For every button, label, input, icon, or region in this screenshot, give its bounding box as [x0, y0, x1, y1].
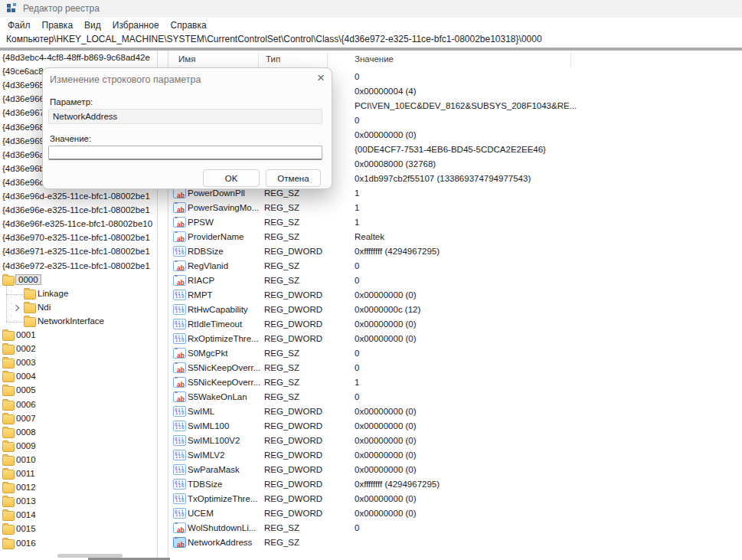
tree-item-4d36e972e325[interactable]: {4d36e972-e325-11ce-bfc1-08002be1: [0, 260, 157, 273]
list-row[interactable]: SwIML100REG_DWORD0x00000000 (0): [170, 419, 742, 434]
menu-edit[interactable]: Правка: [42, 20, 74, 31]
tree-item-0008[interactable]: 0008: [0, 426, 157, 440]
value-data: 1: [355, 188, 359, 198]
value-name: SwParaMask: [188, 465, 240, 474]
menu-view[interactable]: Вид: [84, 20, 101, 31]
registry-app-icon: [7, 4, 17, 14]
tree-item-0006[interactable]: 0006: [0, 398, 157, 412]
tree-item-0007[interactable]: 0007: [0, 412, 157, 426]
list-row[interactable]: RtIdleTimeoutREG_DWORD0x00000000 (0): [170, 317, 742, 332]
tree-item-0001[interactable]: 0001: [0, 329, 157, 342]
list-row[interactable]: RegVlanidREG_SZ0: [170, 259, 742, 273]
menu-favorites[interactable]: Избранное: [113, 20, 159, 31]
reg-dword-icon: [173, 246, 186, 257]
column-header-name[interactable]: Имя: [178, 54, 195, 64]
folder-icon: [2, 372, 15, 382]
value-type: REG_SZ: [264, 363, 299, 372]
list-row[interactable]: S0MgcPktREG_SZ0: [170, 346, 742, 361]
list-row[interactable]: RDBSizeREG_DWORD0xffffffff (4294967295): [170, 244, 742, 259]
tree-item-0016[interactable]: 0016: [0, 537, 157, 551]
menu-file[interactable]: Файл: [8, 20, 31, 31]
list-row[interactable]: RIACPREG_SZ0: [170, 273, 742, 288]
tree-item-0009[interactable]: 0009: [0, 440, 157, 454]
value-data: 1: [355, 218, 359, 227]
tree-item-0013[interactable]: 0013: [0, 495, 157, 509]
list-row[interactable]: UCEMREG_DWORD0x00000000 (0): [170, 506, 742, 521]
tree-item-0003[interactable]: 0003: [0, 356, 157, 370]
value-type: REG_DWORD: [264, 319, 322, 329]
column-divider[interactable]: [327, 52, 328, 67]
tree-item-0015[interactable]: 0015: [0, 522, 157, 536]
value-field[interactable]: [48, 146, 322, 160]
folder-icon: [2, 456, 15, 466]
tree-item-4d36e971e325[interactable]: {4d36e971-e325-11ce-bfc1-08002be1: [0, 245, 157, 259]
list-row[interactable]: SwIMLV2REG_DWORD0x00000000 (0): [170, 448, 742, 463]
address-bar[interactable]: Компьютер\HKEY_LOCAL_MACHINE\SYSTEM\Curr…: [0, 32, 742, 47]
column-divider[interactable]: [570, 52, 571, 67]
tree-item-0005[interactable]: 0005: [0, 384, 157, 398]
tree-item-0014[interactable]: 0014: [0, 509, 157, 522]
tree-item-0011[interactable]: 0011: [0, 467, 157, 481]
list-row[interactable]: RxOptimizeThre...REG_DWORD0x00000000 (0): [170, 332, 742, 346]
column-header-type[interactable]: Тип: [266, 54, 280, 64]
cancel-button[interactable]: Отмена: [266, 169, 321, 187]
list-row[interactable]: SwParaMaskREG_DWORD0x00000000 (0): [170, 463, 742, 477]
tree-item-4d36e96fe325[interactable]: {4d36e96f-e325-11ce-bfc1-08002be10: [0, 218, 157, 231]
list-row[interactable]: ProviderNameREG_SZRealtek: [170, 230, 742, 244]
tree-item-4d36e96de325[interactable]: {4d36e96d-e325-11ce-bfc1-08002be1: [0, 190, 157, 204]
value-type: REG_DWORD: [264, 465, 322, 474]
close-icon[interactable]: ×: [312, 70, 329, 87]
tree-item-ndi[interactable]: Ndi: [0, 301, 157, 315]
list-row[interactable]: WolShutdownLi...REG_SZ0: [170, 521, 742, 535]
list-row[interactable]: TDBSizeREG_DWORD0xffffffff (4294967295): [170, 477, 742, 492]
tree-item-label: {4d36e970-e325-11ce-bfc1-08002be1: [2, 233, 150, 242]
tree-item-label: {4d36e96e-e325-11ce-bfc1-08002be1: [2, 205, 150, 215]
ok-button[interactable]: OK: [203, 169, 260, 187]
list-row[interactable]: RMPTREG_DWORD0x00000000 (0): [170, 288, 742, 303]
chevron-right-icon[interactable]: [13, 305, 19, 311]
tree-item-label: Linkage: [38, 289, 68, 298]
list-row[interactable]: S5NicKeepOverr...REG_SZ0: [170, 361, 742, 375]
menu-help[interactable]: Справка: [171, 20, 207, 31]
reg-dword-icon: [173, 493, 186, 504]
value-data: 0: [355, 523, 359, 532]
list-row[interactable]: S5NicKeepOverr...REG_SZ1: [170, 375, 742, 390]
value-name: TxOptimizeThre...: [188, 494, 257, 503]
tree-item-0004[interactable]: 0004: [0, 370, 157, 384]
tree-item-4d36e970e325[interactable]: {4d36e970-e325-11ce-bfc1-08002be1: [0, 231, 157, 245]
tree-item-0000[interactable]: 0000: [0, 273, 157, 287]
list-row[interactable]: SwIML100V2REG_DWORD0x00000000 (0): [170, 434, 742, 448]
value-type: REG_DWORD: [264, 436, 322, 445]
list-row[interactable]: SwIMLREG_DWORD0x00000000 (0): [170, 404, 742, 419]
list-row[interactable]: RtHwCapabilityREG_DWORD0x0000000c (12): [170, 303, 742, 317]
value-data: 0x00008000 (32768): [355, 159, 436, 169]
list-row[interactable]: PPSWREG_SZ1: [170, 215, 742, 230]
folder-icon: [2, 414, 15, 424]
tree-item-48d3ebc44cf8[interactable]: {48d3ebc4-4cf8-48ff-b869-9c68ad42e: [0, 51, 157, 65]
folder-icon: [2, 497, 15, 507]
tree-item-networkinter[interactable]: NetworkInterface: [0, 315, 157, 329]
column-divider[interactable]: [258, 52, 259, 67]
address-path[interactable]: Компьютер\HKEY_LOCAL_MACHINE\SYSTEM\Curr…: [6, 34, 542, 44]
tree-item-0012[interactable]: 0012: [0, 481, 157, 495]
tree-item-4d36e96ee325[interactable]: {4d36e96e-e325-11ce-bfc1-08002be1: [0, 204, 157, 218]
title-bar: Редактор реестра: [0, 0, 742, 18]
tree-item-label: {49ce6ac8: [2, 67, 44, 76]
column-header-value[interactable]: Значение: [355, 54, 394, 64]
tree-item-0010[interactable]: 0010: [0, 454, 157, 467]
tree-item-label: 0011: [16, 469, 35, 478]
value-name: SwIML: [188, 407, 214, 416]
value-type: REG_DWORD: [264, 494, 322, 503]
tree-item-linkage[interactable]: Linkage: [0, 287, 157, 301]
param-field[interactable]: [48, 109, 322, 124]
tree-item-0002[interactable]: 0002: [0, 342, 157, 356]
value-data: 0x00000000 (0): [355, 436, 417, 445]
list-row[interactable]: TxOptimizeThre...REG_DWORD0x00000000 (0): [170, 492, 742, 506]
list-row[interactable]: NetworkAddressREG_SZ: [170, 535, 742, 550]
value-data: 0: [355, 116, 359, 125]
list-row[interactable]: PowerSavingMo...REG_SZ1: [170, 201, 742, 215]
value-data: {00DE4CF7-7531-4EB6-BD45-5CDCA2E2EE46}: [355, 145, 546, 154]
list-row[interactable]: S5WakeOnLanREG_SZ0: [170, 390, 742, 404]
folder-icon: [2, 428, 15, 438]
folder-icon: [24, 303, 36, 313]
